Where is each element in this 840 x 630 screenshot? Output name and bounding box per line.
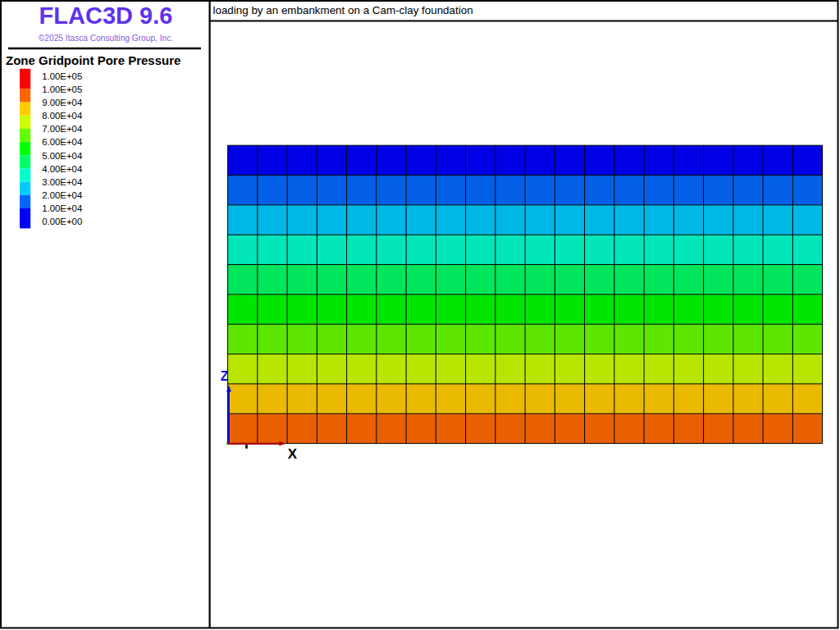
- svg-text:8.00E+04: 8.00E+04: [42, 111, 82, 121]
- svg-text:1.00E+05: 1.00E+05: [42, 71, 82, 81]
- svg-text:0.00E+00: 0.00E+00: [42, 217, 82, 226]
- svg-text:2.00E+04: 2.00E+04: [42, 190, 82, 200]
- svg-text:X: X: [288, 446, 298, 462]
- svg-text:FLAC3D 9.6: FLAC3D 9.6: [39, 2, 173, 29]
- svg-text:6.00E+04: 6.00E+04: [42, 137, 82, 147]
- svg-text:Z: Z: [221, 369, 229, 383]
- svg-text:7.00E+04: 7.00E+04: [42, 124, 82, 134]
- svg-text:Zone Gridpoint Pore Pressure: Zone Gridpoint Pore Pressure: [6, 53, 180, 67]
- svg-text:loading by an embankment on a: loading by an embankment on a Cam-clay f…: [213, 4, 473, 16]
- svg-text:9.00E+04: 9.00E+04: [42, 98, 82, 107]
- svg-text:4.00E+04: 4.00E+04: [42, 164, 82, 174]
- svg-text:5.00E+04: 5.00E+04: [42, 151, 82, 161]
- svg-text:1.00E+04: 1.00E+04: [42, 203, 82, 213]
- svg-text:3.00E+04: 3.00E+04: [42, 177, 82, 187]
- svg-text:©2025 Itasca Consulting Group,: ©2025 Itasca Consulting Group, Inc.: [39, 34, 173, 43]
- svg-text:1.00E+05: 1.00E+05: [42, 84, 82, 94]
